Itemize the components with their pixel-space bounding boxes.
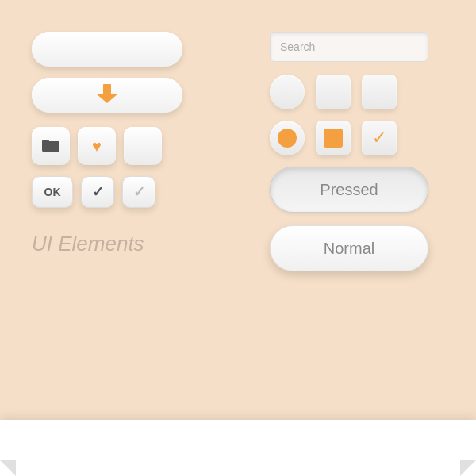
ok-button[interactable]: OK [32,176,73,208]
folder-button[interactable] [32,127,70,165]
radio-button-empty[interactable] [270,75,305,109]
checkbox-empty[interactable] [316,75,351,109]
ok-label: OK [44,186,61,198]
banner-fold-right [460,460,476,476]
checkmark-light-icon: ✓ [133,183,145,201]
search-placeholder: Search [280,40,315,53]
checkbox-square-fill [324,129,343,148]
download-button[interactable] [32,78,182,113]
checkbox-filled[interactable] [316,121,351,155]
flat-button[interactable] [32,32,182,67]
empty-controls-row [270,75,444,109]
svg-rect-0 [103,84,111,94]
svg-marker-1 [96,94,118,103]
checkbox-checked[interactable]: ✓ [362,121,397,155]
checkmark-orange-icon: ✓ [372,128,386,148]
pressed-button[interactable]: Pressed [270,167,428,213]
banner-fold-left [0,460,16,476]
check-light-button[interactable]: ✓ [122,176,155,208]
pressed-button-label: Pressed [320,181,378,199]
check-dark-button[interactable]: ✓ [81,176,114,208]
radio-dot [278,129,297,148]
heart-button[interactable]: ♥ [78,127,116,165]
heart-icon: ♥ [92,137,102,155]
bottom-banner [0,420,476,476]
radio-button-filled[interactable] [270,121,305,155]
ui-elements-label: UI Elements [32,232,222,256]
normal-button-label: Normal [324,240,374,258]
checkmark-dark-icon: ✓ [92,183,104,201]
rounded-square-button[interactable] [124,127,162,165]
arrow-down-icon [96,84,118,106]
ok-row: OK ✓ ✓ [32,176,222,208]
svg-rect-4 [42,140,49,144]
right-column: Search ✓ Pressed Normal [270,32,444,271]
search-input[interactable]: Search [270,32,428,62]
filled-controls-row: ✓ [270,121,444,155]
checkbox-empty-2[interactable] [362,75,397,109]
icon-buttons-row: ♥ [32,127,222,165]
folder-icon [42,137,60,155]
normal-button[interactable]: Normal [270,225,428,271]
